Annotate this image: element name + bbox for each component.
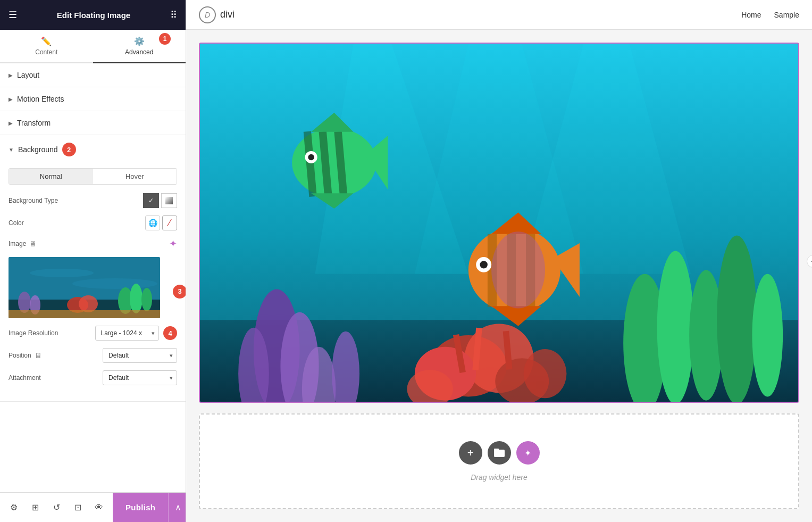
hover-toggle-btn[interactable]: Hover	[93, 169, 177, 184]
panel-header: ☰ Edit Floating Image ⠿	[0, 0, 186, 30]
color-row: Color 🌐 ⁄	[9, 216, 177, 230]
motion-effects-arrow: ▶	[9, 96, 13, 102]
svg-point-5	[18, 292, 31, 313]
responsive-toolbar-btn[interactable]: ⊡	[68, 498, 87, 517]
step-4-badge: 4	[163, 326, 177, 340]
pencil-icon: ✏️	[41, 36, 52, 46]
svg-rect-65	[494, 449, 499, 451]
svg-point-3	[72, 278, 157, 289]
history-toolbar-btn[interactable]: ↺	[47, 498, 66, 517]
publish-button[interactable]: Publish	[113, 493, 168, 523]
top-nav: D divi Home Sample	[186, 0, 812, 30]
transform-section: ▶ Transform	[0, 111, 186, 135]
background-type-row: Background Type ✓	[9, 193, 177, 208]
grid-icon[interactable]: ⠿	[170, 9, 177, 21]
tabs-bar: ✏️ Content 1 ⚙️ Advanced	[0, 30, 186, 63]
publish-chevron-btn[interactable]: ∧	[168, 493, 186, 523]
monitor-icon: 🖥	[29, 239, 37, 248]
transform-arrow: ▶	[9, 120, 13, 126]
bottom-toolbar: ⚙ ⊞ ↺ ⊡ 👁 Publish ∧	[0, 492, 186, 522]
brand-name: divi	[220, 9, 235, 20]
position-monitor-icon: 🖥	[35, 351, 42, 360]
logo-d: D	[205, 11, 210, 19]
color-controls: 🌐 ⁄	[145, 216, 177, 230]
layout-section: ▶ Layout	[0, 63, 186, 87]
background-header[interactable]: ▼ Background 2	[0, 135, 186, 164]
transform-label: Transform	[17, 119, 51, 127]
panel-content: ▶ Layout ▶ Motion Effects ▶ Transform ▼ …	[0, 63, 186, 492]
background-arrow: ▼	[9, 147, 14, 153]
svg-point-10	[130, 284, 143, 313]
transform-header[interactable]: ▶ Transform	[0, 111, 186, 135]
sparkle-btn[interactable]: ✦	[516, 441, 540, 465]
image-thumbnail[interactable]	[9, 257, 160, 318]
drag-widget-area: + ✦ Drag widget here	[199, 413, 799, 509]
preview-toolbar-btn[interactable]: 👁	[89, 498, 108, 517]
tab-badge: 1	[159, 33, 171, 45]
image-label: Image 🖥	[9, 239, 165, 248]
publish-area: Publish ∧	[113, 493, 186, 523]
svg-point-2	[30, 269, 94, 277]
image-resolution-select[interactable]: Large - 1024 x 1024 Thumbnail - 150 x 15…	[95, 326, 160, 341]
svg-point-32	[657, 251, 694, 403]
motion-effects-label: Motion Effects	[17, 95, 64, 103]
position-row: Position 🖥 Default Center Center Top Lef…	[9, 348, 177, 363]
image-resolution-label: Image Resolution	[9, 329, 91, 337]
resolution-badge-wrap: Large - 1024 x 1024 Thumbnail - 150 x 15…	[95, 326, 178, 341]
image-controls: ✦	[169, 238, 177, 250]
nav-logo: D divi	[199, 6, 235, 23]
image-sparkle-icon[interactable]: ✦	[169, 238, 177, 250]
image-thumbnail-wrap: 3	[9, 257, 177, 326]
position-label: Position 🖥	[9, 351, 98, 360]
bg-type-gradient-btn[interactable]	[161, 193, 177, 208]
background-badge: 2	[62, 143, 76, 156]
logo-icon: D	[199, 6, 216, 23]
toolbar-icons: ⚙ ⊞ ↺ ⊡ 👁	[0, 498, 113, 517]
svg-rect-12	[9, 310, 160, 318]
tab-content-label: Content	[35, 48, 57, 56]
svg-point-11	[141, 288, 152, 311]
gear-icon: ⚙️	[134, 36, 145, 46]
settings-toolbar-btn[interactable]: ⚙	[4, 498, 23, 517]
normal-hover-toggle: Normal Hover	[9, 168, 177, 185]
left-panel: ☰ Edit Floating Image ⠿ ✏️ Content 1 ⚙️ …	[0, 0, 186, 522]
add-widget-btn[interactable]: +	[459, 441, 482, 465]
svg-point-34	[717, 236, 757, 403]
motion-effects-section: ▶ Motion Effects	[0, 87, 186, 111]
image-row: Image 🖥 ✦	[9, 238, 177, 250]
nav-sample[interactable]: Sample	[774, 11, 799, 19]
drag-widget-buttons: + ✦	[459, 441, 540, 465]
attachment-select-wrap: Default Scroll Fixed	[103, 370, 177, 385]
svg-rect-64	[494, 450, 505, 457]
color-picker-btn[interactable]: ⁄	[162, 216, 177, 230]
color-global-btn[interactable]: 🌐	[145, 216, 160, 230]
library-btn[interactable]	[488, 441, 511, 465]
normal-toggle-btn[interactable]: Normal	[9, 169, 93, 184]
bg-type-color-btn[interactable]: ✓	[143, 193, 159, 208]
drag-text: Drag widget here	[471, 473, 528, 482]
layout-arrow: ▶	[9, 72, 13, 78]
right-panel: D divi Home Sample	[186, 0, 812, 522]
attachment-select[interactable]: Default Scroll Fixed	[103, 370, 177, 385]
nav-home[interactable]: Home	[741, 11, 761, 19]
layers-toolbar-btn[interactable]: ⊞	[26, 498, 45, 517]
svg-point-35	[752, 274, 783, 397]
color-label: Color	[9, 219, 141, 227]
tab-advanced-label: Advanced	[125, 48, 153, 56]
layout-label: Layout	[17, 71, 39, 79]
attachment-label: Attachment	[9, 374, 98, 382]
main-image-widget	[199, 43, 799, 403]
layout-header[interactable]: ▶ Layout	[0, 63, 186, 87]
background-type-controls: ✓	[143, 193, 177, 208]
svg-rect-0	[165, 197, 173, 204]
tab-advanced[interactable]: 1 ⚙️ Advanced	[93, 30, 186, 63]
svg-point-27	[524, 349, 567, 398]
position-select[interactable]: Default Center Center Top Left Top Right…	[103, 348, 177, 363]
tab-content[interactable]: ✏️ Content	[0, 30, 93, 62]
panel-title: Edit Floating Image	[57, 11, 130, 20]
position-select-wrap: Default Center Center Top Left Top Right…	[103, 348, 177, 363]
hamburger-icon[interactable]: ☰	[9, 9, 17, 21]
image-resolution-select-wrap: Large - 1024 x 1024 Thumbnail - 150 x 15…	[95, 326, 160, 341]
motion-effects-header[interactable]: ▶ Motion Effects	[0, 87, 186, 111]
background-label: Background	[18, 145, 58, 154]
